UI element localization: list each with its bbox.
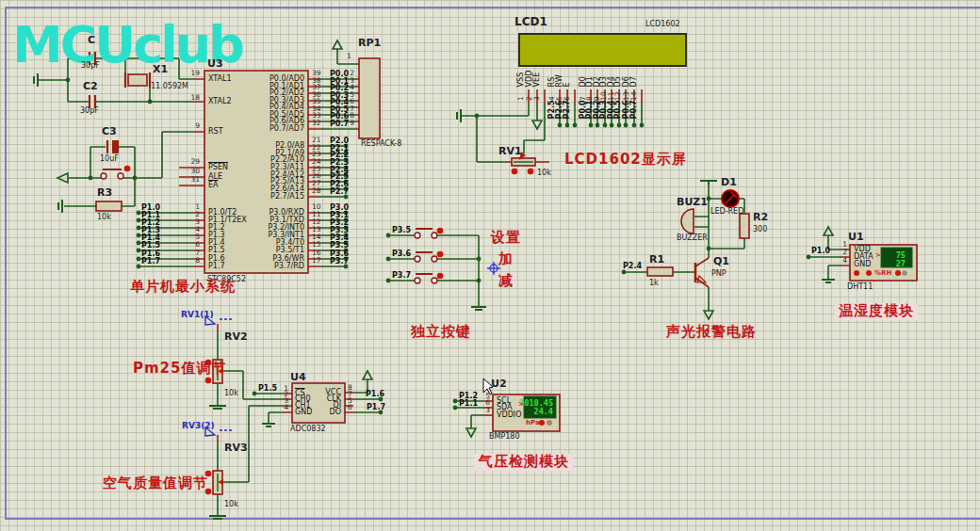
u3-pin-p27: P2.7/A15	[270, 193, 304, 201]
u3-num-17: 17	[312, 257, 321, 265]
net-p1-7: P1.7	[141, 258, 160, 266]
q1-ref: Q1	[713, 256, 729, 267]
u1-ref: U1	[848, 232, 864, 243]
dht-arrow: >	[875, 252, 881, 259]
dht-pin-gnd: GND	[854, 261, 871, 268]
u3-num-28: 28	[312, 187, 321, 195]
d1-part: LED-RED	[710, 208, 743, 216]
lcd-pin-vee: VEE	[533, 72, 541, 88]
key-plus-actuator-dot[interactable]	[437, 251, 444, 258]
lcd1-ref: LCD1	[514, 16, 547, 28]
u3-num-18: 18	[190, 94, 200, 102]
u3-num-30: 30	[190, 168, 200, 175]
bmp-reading-temp: 24.4	[534, 407, 553, 416]
u3-pin-xtal2: XTAL2	[208, 98, 232, 105]
lcd-net-e: P2.7	[564, 100, 571, 119]
key-plus-button[interactable]	[415, 256, 420, 262]
rv1-down-dot[interactable]	[512, 169, 518, 175]
schematic-canvas: MCUclubC30pFX111.0592MC230pFC310uFR310kU…	[0, 0, 980, 531]
key-set-label: 设置	[491, 231, 521, 246]
mcu-caption: 单片机最小系统	[130, 280, 236, 295]
lcd-screen	[519, 34, 686, 66]
c1-value: 30pF	[81, 62, 100, 70]
c3-value: 10uF	[100, 155, 119, 163]
u4-part: ADC0832	[290, 426, 326, 433]
r3-ref: R3	[97, 187, 112, 199]
net-p1-0-dht: P1.0	[811, 248, 830, 255]
u4-ref: U4	[290, 372, 306, 383]
key-minus-button[interactable]	[415, 278, 420, 283]
rv3-value: 10k	[224, 501, 238, 508]
u3-ref: U3	[207, 58, 223, 70]
key-set-actuator-dot[interactable]	[437, 228, 444, 234]
key-plus-button[interactable]	[432, 256, 437, 262]
u3-pin-rst: RST	[208, 128, 223, 136]
probe-rv3: RV3(2)	[182, 422, 215, 430]
key-minus-label: 减	[498, 274, 514, 289]
dht-humidity-down-dot[interactable]	[854, 270, 859, 276]
x1-value: 11.0592M	[151, 83, 188, 90]
u1-part: DHT11	[847, 283, 873, 291]
u3-num-15: 15	[312, 241, 321, 249]
rv1-up-dot[interactable]	[528, 169, 534, 175]
keys-caption: 独立按键	[411, 325, 471, 340]
lcd-pin-d7: D7	[630, 76, 638, 87]
u3-pin-p37: P3.7/RD	[274, 263, 304, 270]
rv2-down-dot[interactable]	[205, 378, 212, 384]
u3-num-6: 6	[195, 241, 200, 249]
key-set-button[interactable]	[432, 233, 437, 238]
led-red-icon	[722, 190, 739, 207]
bmp-unit: hPa	[526, 420, 540, 426]
rv1-value: 10k	[537, 169, 551, 177]
buzzer-icon	[681, 209, 694, 233]
u3-pin-p17: P1.7	[208, 263, 225, 270]
key-minus-button[interactable]	[432, 278, 437, 283]
u3-pin-psen: PSEN	[208, 164, 228, 171]
q1-part: PNP	[711, 270, 727, 278]
lcd-caption: LCD1602显示屏	[564, 153, 687, 168]
key-minus-actuator-dot[interactable]	[437, 273, 444, 280]
dht-num-2: 2	[842, 249, 847, 256]
air-caption: 空气质量值调节	[103, 476, 208, 491]
lcd1-part: LCD1602	[645, 21, 680, 28]
bmp-adjust-dot-dim[interactable]	[547, 420, 552, 426]
dht-unit: %RH	[874, 270, 891, 277]
c2-value: 30pF	[80, 107, 99, 115]
net-p1-5-adc: P1.5	[258, 385, 277, 393]
reset-actuator-dot[interactable]	[124, 166, 131, 172]
x1-ref: X1	[153, 64, 168, 75]
lcd-pin-e: E	[564, 82, 571, 87]
r2-body	[740, 214, 749, 238]
u3-num-32: 32	[312, 120, 321, 127]
net-p1-1-bmp: P1.1	[459, 400, 478, 408]
lcd-num-1: 1	[517, 96, 525, 101]
u3-num-29: 29	[190, 158, 200, 166]
rp1-num-1: 1	[347, 53, 351, 60]
reset-button[interactable]	[101, 173, 106, 179]
rp1-body	[359, 58, 380, 138]
dht-humidity-up-dot[interactable]	[866, 270, 872, 276]
u3-num-19: 19	[190, 70, 200, 77]
r1-ref: R1	[649, 254, 664, 266]
net-p1-7-adc: P1.7	[367, 404, 385, 411]
c2-ref: C2	[83, 81, 98, 92]
adc-pin-gnd: GND	[295, 409, 312, 416]
rp1-part: RESPACK-8	[361, 140, 401, 148]
r2-value: 300	[753, 226, 767, 233]
buz1-part: BUZZER	[677, 234, 708, 242]
u3-pin-p07: P0.7/AD7	[270, 125, 304, 133]
adc-num-6: 6	[348, 404, 352, 411]
adc-num-4: 4	[284, 404, 288, 411]
net-key-p36: P3.6	[392, 250, 411, 258]
bmp-pin-vddio: VDDIO	[497, 411, 521, 419]
key-set-button[interactable]	[415, 233, 420, 238]
c3-polar-block	[112, 140, 119, 153]
dht-temp-dot[interactable]	[895, 270, 901, 276]
reset-button[interactable]	[118, 173, 123, 179]
r3-body	[96, 201, 122, 211]
x1-body	[128, 74, 147, 86]
rv2-value: 10k	[224, 390, 238, 397]
bmp-num-3: 3	[485, 407, 490, 414]
rv2-ref: RV2	[224, 331, 248, 343]
power-arrow-icon	[57, 40, 833, 437]
